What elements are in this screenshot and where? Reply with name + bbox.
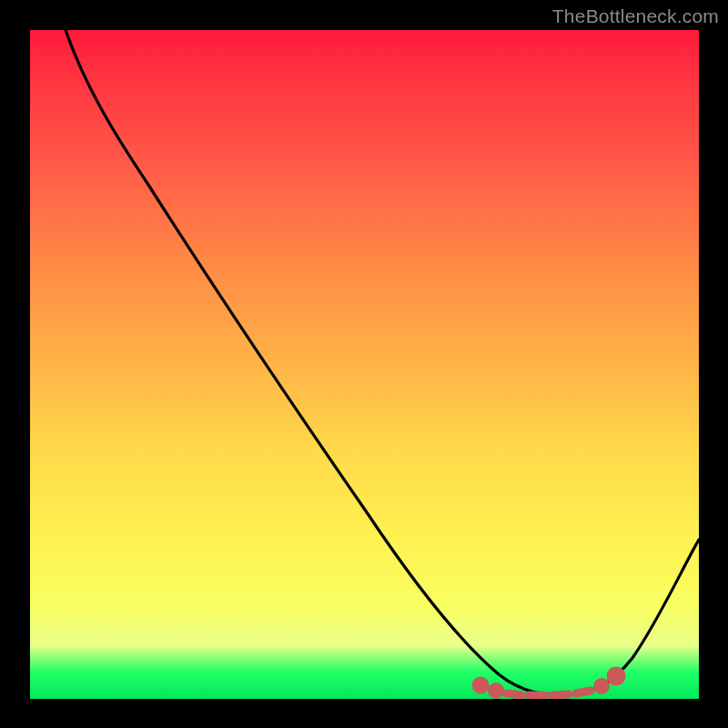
curve-path bbox=[66, 30, 699, 694]
svg-point-1 bbox=[492, 687, 500, 695]
svg-line-2 bbox=[507, 693, 521, 695]
chart-plot-area bbox=[30, 30, 699, 699]
watermark: TheBottleneck.com bbox=[552, 5, 719, 27]
svg-line-5 bbox=[576, 691, 591, 693]
svg-point-7 bbox=[611, 671, 622, 682]
svg-point-0 bbox=[476, 681, 485, 690]
svg-point-6 bbox=[598, 682, 606, 691]
chart-frame: TheBottleneck.com bbox=[0, 0, 728, 728]
chart-curve bbox=[30, 30, 699, 699]
svg-line-4 bbox=[552, 694, 569, 695]
